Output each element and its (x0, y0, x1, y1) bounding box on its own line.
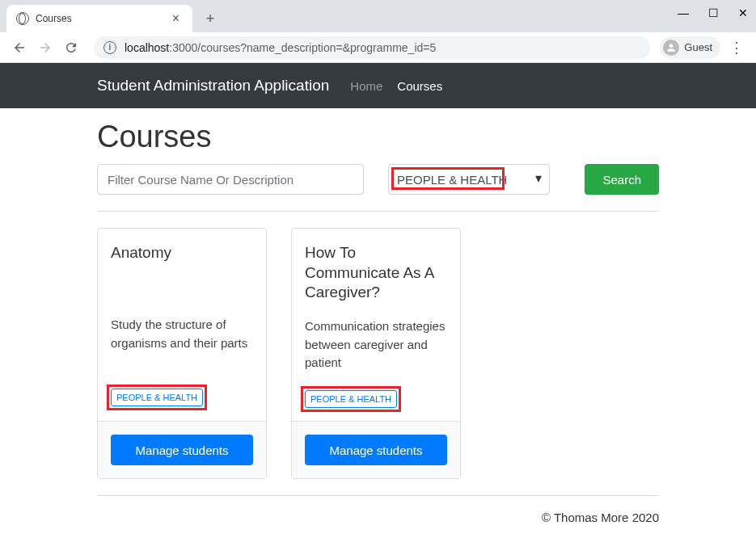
filter-input[interactable] (97, 164, 364, 195)
reload-icon (64, 40, 78, 55)
browser-toolbar: i localhost:3000/courses?name_descriptio… (0, 32, 756, 63)
nav-link-courses[interactable]: Courses (397, 79, 442, 93)
card-footer: Manage students (292, 421, 460, 478)
card-body: How To Communicate As A Caregiver? Commu… (292, 229, 460, 421)
filter-row: PEOPLE & HEALTH Search (97, 164, 659, 212)
course-title: How To Communicate As A Caregiver? (305, 243, 447, 303)
programme-select[interactable]: PEOPLE & HEALTH (388, 164, 550, 195)
forward-button (32, 35, 58, 61)
window-controls: — ☐ ✕ (678, 6, 748, 19)
profile-badge[interactable]: Guest (660, 36, 720, 59)
programme-select-wrap: PEOPLE & HEALTH (388, 164, 550, 195)
course-title: Anatomy (111, 243, 253, 301)
manage-students-button[interactable]: Manage students (111, 435, 253, 465)
manage-students-button[interactable]: Manage students (305, 435, 447, 465)
url-text: localhost:3000/courses?name_description=… (125, 41, 436, 54)
arrow-right-icon (38, 40, 53, 55)
avatar-icon (663, 40, 679, 56)
close-icon[interactable]: × (169, 11, 183, 26)
search-button[interactable]: Search (585, 164, 659, 195)
course-description: Communication strategies between caregiv… (305, 317, 447, 374)
page-content: Courses PEOPLE & HEALTH Search Anatomy S… (0, 108, 756, 524)
back-button[interactable] (6, 35, 32, 61)
brand-title: Student Administration Application (97, 77, 329, 95)
plus-icon: + (206, 11, 215, 27)
card-footer: Manage students (98, 421, 266, 478)
kebab-menu-button[interactable]: ⋮ (724, 35, 750, 61)
course-card: How To Communicate As A Caregiver? Commu… (291, 228, 461, 479)
badge-wrap: PEOPLE & HEALTH (111, 389, 203, 406)
card-body: Anatomy Study the structure of organisms… (98, 229, 266, 421)
nav-link-home[interactable]: Home (350, 79, 382, 93)
close-window-button[interactable]: ✕ (738, 6, 748, 19)
programme-badge[interactable]: PEOPLE & HEALTH (111, 389, 203, 406)
page-title: Courses (97, 120, 659, 154)
browser-chrome: Courses × + — ☐ ✕ (0, 0, 756, 32)
page-footer: © Thomas More 2020 (97, 495, 659, 524)
minimize-button[interactable]: — (678, 6, 689, 19)
course-description: Study the structure of organisms and the… (111, 316, 253, 372)
info-icon: i (103, 41, 116, 54)
programme-badge[interactable]: PEOPLE & HEALTH (305, 390, 397, 408)
browser-tab[interactable]: Courses × (6, 5, 192, 32)
profile-label: Guest (684, 41, 712, 53)
new-tab-button[interactable]: + (199, 7, 222, 30)
url-bar[interactable]: i localhost:3000/courses?name_descriptio… (94, 36, 650, 59)
course-card: Anatomy Study the structure of organisms… (97, 228, 267, 479)
maximize-button[interactable]: ☐ (708, 6, 719, 19)
tab-title: Courses (36, 13, 169, 24)
globe-icon (16, 12, 29, 25)
app-navbar: Student Administration Application Home … (0, 63, 756, 108)
arrow-left-icon (12, 40, 27, 55)
badge-wrap: PEOPLE & HEALTH (305, 390, 397, 408)
reload-button[interactable] (58, 35, 84, 61)
course-cards: Anatomy Study the structure of organisms… (97, 228, 659, 479)
